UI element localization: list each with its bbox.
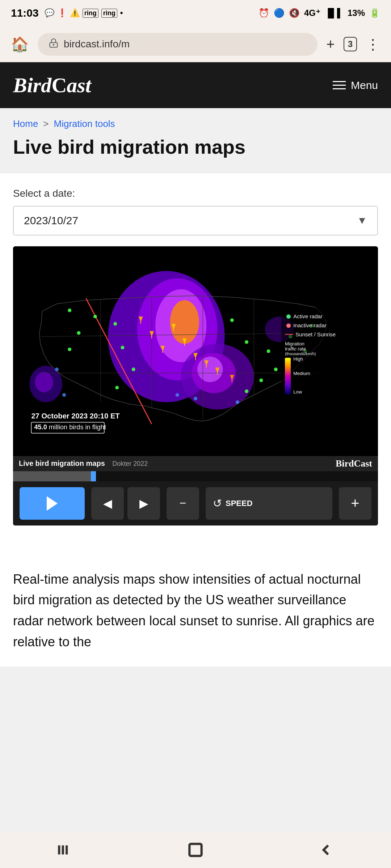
next-icon: ▶ — [139, 497, 148, 510]
map-label: Live bird migration maps — [19, 459, 105, 467]
speed-rotate-icon: ↺ — [213, 497, 222, 510]
svg-point-63 — [286, 323, 291, 328]
home-button[interactable]: 🏠 — [11, 36, 29, 53]
minus-icon: − — [180, 497, 186, 510]
home-nav-button[interactable] — [172, 837, 219, 863]
ring-icon2: ring — [101, 9, 117, 18]
new-tab-button[interactable]: + — [326, 36, 335, 52]
svg-text:27 October 2023 20:10 ET: 27 October 2023 20:10 ET — [31, 412, 120, 420]
svg-point-46 — [230, 318, 234, 322]
menu-button[interactable]: Menu — [333, 79, 378, 92]
url-bar[interactable]: birdcast.info/m — [38, 33, 318, 56]
browser-bar: 🏠 birdcast.info/m + 3 ⋮ — [0, 26, 391, 62]
svg-point-56 — [62, 393, 66, 397]
timeline-progress — [13, 471, 93, 481]
tabs-button[interactable]: 3 — [344, 37, 357, 51]
svg-point-40 — [68, 348, 71, 351]
page-title: Live bird migration maps — [13, 135, 378, 159]
message-icon: 💬 — [45, 8, 54, 18]
description-text: Real-time analysis maps show intensities… — [13, 569, 378, 652]
description-section: Real-time analysis maps show intensities… — [0, 554, 391, 667]
browser-actions: + 3 ⋮ — [326, 36, 380, 52]
prev-icon: ◀ — [103, 497, 112, 510]
back-button[interactable] — [302, 837, 349, 863]
signal-icon: ▐▌▌ — [325, 8, 343, 18]
svg-point-51 — [245, 390, 248, 393]
notification-icon: ❗ — [57, 8, 67, 18]
map-bottom-bar: Live bird migration maps Dokter 2022 Bir… — [13, 456, 378, 471]
speed-decrease-button[interactable]: − — [167, 487, 199, 520]
svg-text:traffic rate: traffic rate — [285, 346, 306, 352]
svg-point-41 — [77, 331, 80, 335]
svg-point-38 — [68, 309, 71, 312]
dokter-label: Dokter 2022 — [112, 460, 148, 467]
next-frame-button[interactable]: ▶ — [127, 487, 160, 520]
map-container: Active radar Inactive radar Sunset / Sun… — [13, 246, 378, 526]
status-icons-left: 💬 ❗ ⚠️ ring ring • — [45, 8, 123, 18]
prev-frame-button[interactable]: ◀ — [91, 487, 124, 520]
svg-text:(thousands/km/h): (thousands/km/h) — [285, 352, 316, 356]
svg-point-50 — [259, 378, 263, 382]
hamburger-icon — [333, 81, 346, 89]
svg-point-57 — [176, 393, 179, 397]
svg-text:High: High — [293, 356, 303, 362]
svg-point-59 — [236, 400, 239, 404]
breadcrumb-separator: > — [43, 118, 49, 129]
site-logo: BirdCast — [13, 73, 91, 97]
svg-point-58 — [194, 397, 197, 400]
mute-icon: 🔇 — [289, 8, 300, 18]
logo-text: BirdCast — [13, 73, 91, 97]
bluetooth-icon: 🔵 — [274, 8, 285, 18]
svg-point-11 — [35, 372, 53, 392]
map-bottom-labels: Live bird migration maps Dokter 2022 — [19, 459, 148, 468]
svg-point-47 — [245, 340, 248, 344]
recent-apps-button[interactable] — [42, 837, 89, 863]
timeline-cursor — [91, 471, 96, 481]
play-icon — [47, 496, 58, 511]
alert-icon: ⚠️ — [70, 8, 80, 18]
svg-text:Inactive radar: Inactive radar — [293, 322, 327, 328]
bottom-navigation — [0, 832, 391, 868]
chevron-down-icon: ▼ — [357, 215, 367, 226]
status-time: 11:03 — [11, 7, 39, 19]
svg-point-6 — [170, 300, 199, 344]
svg-text:Sunset / Sunrise: Sunset / Sunrise — [295, 331, 336, 337]
speed-control[interactable]: ↺ SPEED — [206, 487, 332, 520]
controls-bar: ◀ ▶ − ↺ SPEED + — [13, 481, 378, 526]
svg-point-9 — [197, 357, 223, 382]
birdcast-watermark: BirdCast — [336, 458, 372, 469]
svg-point-1 — [53, 44, 54, 45]
map-area: Active radar Inactive radar Sunset / Sun… — [13, 246, 378, 456]
breadcrumb-section: Home > Migration tools — [0, 108, 391, 129]
svg-point-61 — [286, 314, 291, 319]
date-select[interactable]: 2023/10/27 ▼ — [13, 206, 378, 235]
plus-icon: + — [351, 495, 359, 511]
svg-point-43 — [121, 346, 124, 349]
svg-rect-80 — [189, 844, 201, 856]
main-content: Select a date: 2023/10/27 ▼ — [0, 173, 391, 554]
svg-point-44 — [132, 367, 135, 371]
svg-text:Medium: Medium — [293, 370, 310, 376]
status-left: 11:03 💬 ❗ ⚠️ ring ring • — [11, 7, 123, 19]
speed-increase-button[interactable]: + — [339, 487, 371, 520]
alarm-icon: ⏰ — [258, 8, 269, 18]
network-icon: 4G⁺ — [304, 8, 320, 18]
svg-rect-70 — [285, 358, 291, 394]
back-icon — [317, 841, 335, 859]
breadcrumb-home[interactable]: Home — [13, 118, 38, 129]
svg-text:Migration: Migration — [285, 341, 304, 346]
dot-icon: • — [120, 8, 123, 18]
svg-text:45.0 million birds in flight: 45.0 million birds in flight — [34, 424, 106, 431]
date-value: 2023/10/27 — [24, 214, 78, 227]
timeline-bar[interactable] — [13, 471, 378, 481]
breadcrumb-current[interactable]: Migration tools — [54, 118, 115, 129]
menu-label: Menu — [351, 79, 378, 92]
svg-point-39 — [93, 315, 97, 318]
recent-apps-icon — [56, 841, 74, 859]
svg-text:Low: Low — [293, 389, 302, 395]
play-button[interactable] — [20, 487, 85, 520]
more-options-button[interactable]: ⋮ — [366, 36, 380, 52]
map-svg: Active radar Inactive radar Sunset / Sun… — [13, 246, 378, 456]
breadcrumb: Home > Migration tools — [13, 118, 378, 129]
date-label: Select a date: — [13, 188, 378, 199]
